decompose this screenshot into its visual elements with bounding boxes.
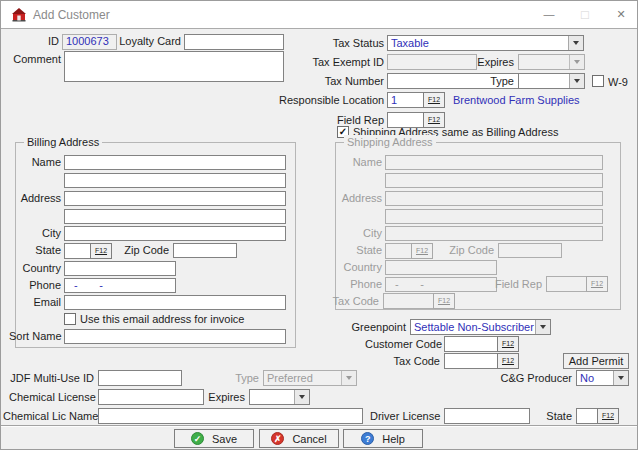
cancel-label: Cancel	[292, 433, 326, 445]
shipping-state-f12-button: F12	[411, 243, 433, 259]
save-label: Save	[212, 433, 237, 445]
shipping-tax-code-label: Tax Code	[331, 294, 379, 309]
customer-code-field[interactable]: F12	[444, 336, 519, 352]
billing-city-label: City	[19, 226, 61, 241]
billing-zip-label: Zip Code	[117, 243, 169, 258]
cg-producer-select[interactable]: No	[576, 370, 629, 386]
shipping-tax-code-f12-button: F12	[433, 293, 455, 309]
dropdown-arrow-icon[interactable]	[568, 36, 583, 50]
jdf-multi-use-id-label: JDF Multi-Use ID	[9, 371, 94, 386]
responsible-location-field[interactable]: 1 F12	[387, 92, 445, 108]
shipping-field-rep-label: Field Rep	[490, 277, 542, 292]
license-type-value: Preferred	[267, 371, 313, 385]
billing-email-input[interactable]	[64, 295, 286, 310]
loyalty-card-input[interactable]	[184, 34, 284, 50]
responsible-location-f12-button[interactable]: F12	[423, 92, 445, 108]
app-barn-icon	[10, 6, 28, 24]
shipping-name-input-2	[385, 173, 603, 188]
dropdown-arrow-icon[interactable]	[569, 74, 584, 88]
maximize-button[interactable]: □	[570, 1, 600, 28]
chemical-lic-name-input[interactable]	[98, 408, 363, 424]
shipping-name-label: Name	[340, 155, 382, 170]
email-invoice-label: Use this email address for invoice	[80, 312, 270, 327]
sort-name-input[interactable]	[64, 329, 286, 344]
billing-country-input[interactable]	[64, 261, 176, 276]
sort-name-label: Sort Name	[9, 329, 61, 344]
save-button[interactable]: ✓ Save	[174, 429, 254, 448]
billing-state-f12-button[interactable]: F12	[90, 243, 112, 259]
shipping-phone-input: - -	[385, 277, 497, 292]
footer-divider-highlight	[1, 426, 637, 427]
billing-address-input-2[interactable]	[64, 209, 286, 224]
cg-producer-value: No	[580, 371, 594, 385]
tax-number-input[interactable]	[387, 73, 537, 89]
tax-number-label: Tax Number	[309, 74, 384, 89]
billing-zip-input[interactable]	[173, 243, 237, 258]
billing-address-input-1[interactable]	[64, 191, 286, 206]
greenpoint-select[interactable]: Settable Non-Subscriber	[410, 319, 551, 335]
dropdown-arrow-icon	[569, 55, 584, 69]
tax-code-label: Tax Code	[380, 354, 440, 369]
driver-state-field[interactable]: F12	[576, 408, 619, 424]
shipping-phone-label: Phone	[340, 277, 382, 292]
w9-label: W-9	[608, 75, 636, 90]
loyalty-card-label: Loyalty Card	[113, 34, 181, 49]
w9-checkbox[interactable]	[592, 75, 604, 87]
tax-exempt-expires-select	[518, 54, 585, 70]
id-field: 1000673	[62, 34, 117, 50]
dropdown-arrow-icon[interactable]	[294, 390, 309, 404]
shipping-country-label: Country	[334, 260, 382, 275]
responsible-location-value: 1	[391, 94, 397, 107]
billing-country-label: Country	[13, 261, 61, 276]
cg-producer-label: C&G Producer	[500, 371, 572, 386]
help-button[interactable]: ? Help	[343, 429, 423, 448]
billing-state-label: State	[19, 243, 61, 258]
tax-code-field[interactable]: F12	[444, 353, 519, 369]
email-invoice-checkbox[interactable]	[64, 313, 76, 325]
shipping-name-input-1	[385, 155, 603, 170]
tax-exempt-id-input	[387, 54, 477, 70]
tax-type-label: Type	[479, 74, 514, 89]
shipping-city-input	[385, 226, 603, 241]
billing-name-input-1[interactable]	[64, 155, 286, 170]
cancel-x-icon: ✗	[271, 432, 284, 445]
tax-status-value: Taxable	[391, 36, 429, 50]
shipping-address-input-2	[385, 209, 603, 224]
driver-state-f12-button[interactable]: F12	[597, 408, 619, 424]
cancel-button[interactable]: ✗ Cancel	[259, 429, 339, 448]
customer-code-label: Customer Code	[365, 337, 440, 352]
shipping-city-label: City	[340, 226, 382, 241]
billing-city-input[interactable]	[64, 226, 286, 241]
shipping-zip-input	[498, 243, 562, 258]
save-check-icon: ✓	[191, 432, 204, 445]
tax-exempt-id-label: Tax Exempt ID	[301, 55, 384, 70]
dropdown-arrow-icon[interactable]	[535, 320, 550, 334]
tax-code-f12-button[interactable]: F12	[497, 353, 519, 369]
driver-license-input[interactable]	[444, 408, 530, 424]
shipping-address-group-title: Shipping Address	[344, 135, 436, 150]
billing-phone-input[interactable]: - -	[64, 278, 176, 293]
driver-state-label: State	[532, 409, 572, 424]
billing-name-label: Name	[19, 155, 61, 170]
chemical-license-input[interactable]	[98, 389, 204, 405]
titlebar: Add Customer — □ ✕	[1, 1, 637, 29]
minimize-button[interactable]: —	[534, 1, 564, 28]
comment-input[interactable]	[64, 51, 284, 82]
shipping-state-field: F12	[385, 243, 433, 259]
responsible-location-name: Brentwood Farm Supplies	[453, 93, 633, 108]
customer-code-f12-button[interactable]: F12	[497, 336, 519, 352]
jdf-multi-use-id-input[interactable]	[98, 370, 182, 386]
add-customer-dialog: Add Customer — □ ✕ ID 1000673 Loyalty Ca…	[0, 0, 638, 450]
dropdown-arrow-icon	[341, 371, 356, 385]
chemical-license-label: Chemical License	[9, 390, 94, 405]
tax-type-select[interactable]	[518, 73, 585, 89]
tax-exempt-expires-label: Expires	[469, 55, 514, 70]
dropdown-arrow-icon[interactable]	[613, 371, 628, 385]
billing-name-input-2[interactable]	[64, 173, 286, 188]
license-expires-select[interactable]	[249, 389, 310, 405]
shipping-tax-code-field: F12	[383, 293, 455, 309]
billing-state-field[interactable]: F12	[64, 243, 112, 259]
tax-status-select[interactable]: Taxable	[387, 35, 584, 51]
add-permit-button[interactable]: Add Permit	[563, 353, 629, 369]
close-button[interactable]: ✕	[606, 1, 636, 28]
